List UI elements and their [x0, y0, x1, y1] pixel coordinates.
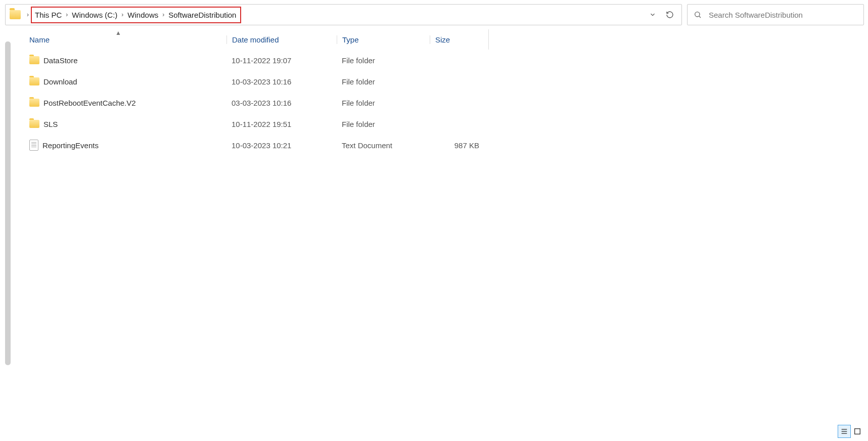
breadcrumb-highlight: This PC › Windows (C:) › Windows › Softw…: [31, 7, 241, 23]
breadcrumb-segment[interactable]: SoftwareDistribution: [167, 9, 237, 21]
refresh-button[interactable]: [661, 6, 678, 23]
thumbnails-view-icon: [853, 427, 861, 435]
file-type-cell: File folder: [337, 99, 430, 107]
file-date-cell: 10-03-2023 10:16: [226, 77, 337, 86]
top-bar: › This PC › Windows (C:) › Windows › Sof…: [0, 0, 868, 29]
chevron-right-icon[interactable]: ›: [159, 11, 167, 18]
file-name-cell: DataStore: [29, 56, 226, 65]
breadcrumb-segment[interactable]: Windows (C:): [71, 9, 118, 21]
svg-point-0: [695, 12, 700, 17]
chevron-down-icon: [649, 11, 656, 18]
column-header-date[interactable]: Date modified: [226, 35, 337, 44]
file-type-cell: File folder: [337, 77, 430, 86]
file-date-cell: 10-11-2022 19:07: [226, 56, 337, 65]
sort-ascending-icon: ▲: [115, 29, 121, 36]
file-name-label: Download: [43, 77, 77, 86]
breadcrumb-segment[interactable]: Windows: [126, 9, 159, 21]
file-name-cell: SLS: [29, 120, 226, 128]
search-input[interactable]: [709, 11, 857, 19]
file-size-cell: 987 KB: [430, 141, 488, 150]
file-row[interactable]: DataStore10-11-2022 19:07File folder: [15, 50, 868, 71]
file-row[interactable]: ReportingEvents10-03-2023 10:21Text Docu…: [15, 135, 868, 156]
folder-icon: [29, 77, 39, 85]
address-bar[interactable]: › This PC › Windows (C:) › Windows › Sof…: [5, 4, 682, 25]
details-view-icon: [840, 427, 848, 435]
svg-rect-5: [855, 429, 860, 434]
file-rows: DataStore10-11-2022 19:07File folderDown…: [15, 50, 868, 156]
file-name-cell: PostRebootEventCache.V2: [29, 99, 226, 107]
folder-icon: [29, 99, 39, 107]
file-name-label: SLS: [43, 120, 58, 128]
content-area: Name ▲ Date modified Type Size DataStore…: [0, 29, 868, 420]
folder-icon: [29, 56, 39, 64]
file-name-label: PostRebootEventCache.V2: [43, 99, 136, 107]
file-date-cell: 03-03-2023 10:16: [226, 99, 337, 107]
search-icon: [694, 11, 702, 19]
column-header-size[interactable]: Size: [430, 35, 488, 44]
status-bar: [838, 425, 864, 438]
file-row[interactable]: PostRebootEventCache.V203-03-2023 10:16F…: [15, 92, 868, 113]
thumbnails-view-button[interactable]: [851, 425, 864, 438]
breadcrumb-segment[interactable]: This PC: [34, 9, 63, 21]
navigation-scrollbar[interactable]: [5, 41, 11, 365]
file-date-cell: 10-11-2022 19:51: [226, 120, 337, 128]
file-row[interactable]: Download10-03-2023 10:16File folder: [15, 71, 868, 92]
file-type-cell: Text Document: [337, 141, 430, 150]
refresh-icon: [666, 11, 674, 19]
file-date-cell: 10-03-2023 10:21: [226, 141, 337, 150]
svg-line-1: [699, 16, 701, 18]
file-list-area: Name ▲ Date modified Type Size DataStore…: [15, 29, 868, 420]
history-dropdown-button[interactable]: [644, 6, 661, 23]
file-type-cell: File folder: [337, 56, 430, 65]
file-name-cell: Download: [29, 77, 226, 86]
file-name-cell: ReportingEvents: [29, 140, 226, 151]
file-name-label: ReportingEvents: [42, 141, 99, 150]
file-name-label: DataStore: [43, 56, 78, 65]
folder-icon: [10, 10, 21, 19]
text-file-icon: [29, 140, 38, 151]
file-row[interactable]: SLS10-11-2022 19:51File folder: [15, 113, 868, 135]
search-box[interactable]: [687, 4, 864, 25]
details-view-button[interactable]: [838, 425, 851, 438]
folder-icon: [29, 120, 39, 128]
chevron-right-icon[interactable]: ›: [118, 11, 126, 18]
column-label: Name: [29, 35, 50, 44]
file-type-cell: File folder: [337, 120, 430, 128]
column-header-name[interactable]: Name ▲: [29, 35, 226, 44]
column-headers: Name ▲ Date modified Type Size: [15, 29, 868, 50]
navigation-pane-strip: [0, 29, 15, 420]
chevron-right-icon[interactable]: ›: [63, 11, 71, 18]
column-header-type[interactable]: Type: [337, 35, 430, 44]
